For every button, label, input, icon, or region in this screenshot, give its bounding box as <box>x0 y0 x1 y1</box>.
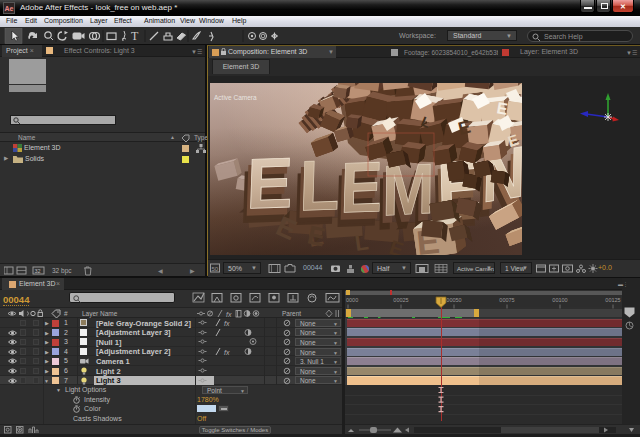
svg-text:00125: 00125 <box>605 297 620 303</box>
svg-text:50: 50 <box>212 266 219 272</box>
svg-text:fx: fx <box>224 320 230 327</box>
svg-text:00050: 00050 <box>446 297 461 303</box>
svg-text:0000: 0000 <box>346 297 358 303</box>
svg-text:T: T <box>131 29 139 43</box>
svg-text:00025: 00025 <box>393 297 408 303</box>
svg-text:Active Camera: Active Camera <box>214 94 257 101</box>
svg-text:00100: 00100 <box>552 297 567 303</box>
svg-text:fx: fx <box>224 348 230 355</box>
svg-text:32: 32 <box>35 268 41 274</box>
svg-text:00075: 00075 <box>499 297 514 303</box>
svg-text:fx: fx <box>226 311 232 318</box>
